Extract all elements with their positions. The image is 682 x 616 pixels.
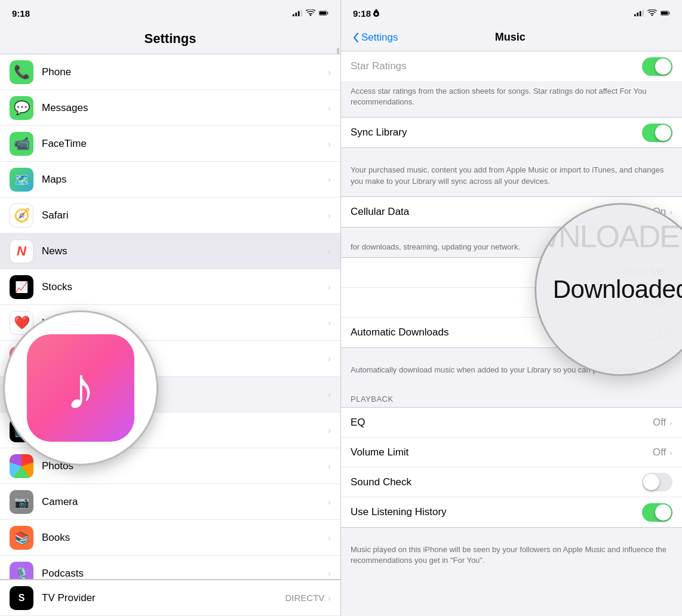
downloaded-magnified-text: WNLOADE Downloaded bbox=[547, 267, 682, 312]
settings-item-phone[interactable]: 📞 Phone › bbox=[0, 54, 340, 90]
facetime-label: FaceTime bbox=[42, 138, 328, 150]
settings-item-messages[interactable]: 💬 Messages › bbox=[0, 90, 340, 126]
sound-check-row: Sound Check bbox=[341, 467, 682, 497]
star-ratings-note: Access star ratings from the action shee… bbox=[341, 81, 682, 117]
facetime-icon: 📹 bbox=[10, 132, 33, 156]
status-bar-right: 9:18 bbox=[341, 0, 682, 26]
svg-rect-4 bbox=[300, 10, 302, 17]
tv-provider-chevron: › bbox=[328, 593, 331, 603]
stocks-icon: 📈 bbox=[10, 275, 33, 299]
photos-icon bbox=[10, 454, 33, 478]
maps-icon: 🗺️ bbox=[10, 168, 33, 192]
settings-item-camera[interactable]: 📷 Camera › bbox=[0, 484, 340, 520]
downloaded-label-magnified: Downloaded bbox=[553, 275, 682, 303]
signal-icon-right bbox=[634, 10, 644, 17]
star-ratings-knob bbox=[655, 58, 671, 75]
settings-item-facetime[interactable]: 📹 FaceTime › bbox=[0, 126, 340, 162]
wifi-icon-right bbox=[647, 10, 657, 17]
time-text-left: 9:18 bbox=[12, 8, 30, 19]
eq-value: Off bbox=[653, 417, 666, 429]
settings-item-maps[interactable]: 🗺️ Maps › bbox=[0, 162, 340, 198]
svg-rect-10 bbox=[634, 14, 636, 17]
magnifier-left: ♪ bbox=[3, 310, 158, 466]
sync-library-section: Sync Library bbox=[341, 117, 682, 148]
listening-history-row: Use Listening History bbox=[341, 497, 682, 527]
svg-rect-12 bbox=[640, 11, 641, 16]
phone-icon: 📞 bbox=[10, 60, 33, 84]
star-ratings-section: Star Ratings bbox=[341, 51, 682, 81]
sync-library-knob bbox=[655, 125, 671, 141]
back-button[interactable]: Settings bbox=[353, 32, 398, 44]
messages-icon: 💬 bbox=[10, 96, 33, 120]
sync-library-toggle[interactable] bbox=[642, 124, 672, 142]
phone-chevron: › bbox=[328, 67, 331, 77]
signal-icon-left bbox=[293, 10, 302, 17]
stocks-chevron: › bbox=[328, 282, 331, 292]
tv-provider-label: TV Provider bbox=[42, 592, 285, 604]
volume-limit-chevron: › bbox=[669, 448, 672, 457]
playback-header: PLAYBACK bbox=[341, 385, 682, 407]
camera-chevron: › bbox=[328, 497, 331, 507]
cellular-note-partial: for downloads, streaming, updating your … bbox=[351, 242, 520, 251]
battery-icon-right bbox=[661, 10, 670, 17]
sync-library-row: Sync Library bbox=[341, 118, 682, 147]
podcasts-label: Podcasts bbox=[42, 568, 328, 580]
settings-item-books[interactable]: 📚 Books › bbox=[0, 520, 340, 556]
stocks-label: Stocks bbox=[42, 281, 328, 293]
settings-item-stocks[interactable]: 📈 Stocks › bbox=[0, 269, 340, 305]
cellular-data-chevron: › bbox=[669, 207, 672, 217]
status-bar-left: 9:18 bbox=[0, 0, 340, 26]
maps-chevron: › bbox=[328, 175, 331, 184]
wnloade-partial: WNLOADE bbox=[534, 217, 679, 257]
sound-check-toggle[interactable] bbox=[642, 473, 672, 491]
music-chevron: › bbox=[328, 390, 331, 399]
maps-label: Maps bbox=[42, 174, 328, 186]
location-icon-right bbox=[373, 9, 379, 17]
volume-limit-row[interactable]: Volume Limit Off › bbox=[341, 438, 682, 467]
safari-icon: 🧭 bbox=[10, 204, 33, 227]
sync-library-label: Sync Library bbox=[351, 127, 642, 138]
star-ratings-toggle[interactable] bbox=[642, 57, 672, 76]
podcasts-icon: 🎙️ bbox=[10, 562, 33, 580]
right-nav: Settings Music bbox=[341, 26, 682, 51]
left-panel: 9:18 bbox=[0, 0, 341, 616]
books-chevron: › bbox=[328, 533, 331, 543]
wifi-icon-left bbox=[306, 10, 315, 17]
svg-rect-17 bbox=[661, 11, 668, 14]
listening-history-label: Use Listening History bbox=[351, 506, 642, 518]
music-page-title: Music bbox=[495, 31, 526, 44]
safari-chevron: › bbox=[328, 211, 331, 220]
camera-label: Camera bbox=[42, 496, 328, 508]
svg-point-14 bbox=[652, 14, 653, 16]
svg-rect-2 bbox=[295, 13, 297, 16]
books-icon: 📚 bbox=[10, 526, 33, 550]
tv-provider-icon: S bbox=[10, 586, 33, 610]
status-icons-right bbox=[634, 10, 670, 17]
playback-section: EQ Off › Volume Limit Off › Sound Check … bbox=[341, 407, 682, 528]
camera-icon: 📷 bbox=[10, 490, 33, 514]
photos-chevron: › bbox=[328, 461, 331, 471]
svg-point-9 bbox=[375, 13, 377, 16]
svg-rect-11 bbox=[637, 13, 638, 16]
tv-provider-value: DIRECTV bbox=[285, 593, 324, 603]
podcasts-chevron: › bbox=[328, 569, 331, 578]
listening-history-toggle[interactable] bbox=[642, 503, 672, 522]
svg-rect-13 bbox=[642, 10, 644, 17]
tv-provider-item[interactable]: S TV Provider DIRECTV › bbox=[0, 580, 340, 616]
music-note-large: ♪ bbox=[66, 358, 96, 418]
messages-label: Messages bbox=[42, 102, 328, 114]
eq-row[interactable]: EQ Off › bbox=[341, 408, 682, 438]
settings-item-news[interactable]: N News › bbox=[0, 233, 340, 269]
safari-label: Safari bbox=[42, 210, 328, 221]
svg-rect-16 bbox=[669, 12, 669, 14]
volume-limit-value: Off bbox=[653, 446, 666, 458]
time-left: 9:18 bbox=[12, 8, 32, 19]
health-chevron: › bbox=[328, 318, 331, 328]
listening-history-note: Music played on this iPhone will be seen… bbox=[341, 540, 682, 575]
svg-rect-8 bbox=[320, 11, 326, 14]
svg-rect-1 bbox=[293, 14, 294, 17]
phone-label: Phone bbox=[42, 66, 328, 78]
back-label: Settings bbox=[361, 32, 398, 44]
settings-item-podcasts[interactable]: 🎙️ Podcasts › bbox=[0, 556, 340, 580]
settings-item-safari[interactable]: 🧭 Safari › bbox=[0, 198, 340, 233]
